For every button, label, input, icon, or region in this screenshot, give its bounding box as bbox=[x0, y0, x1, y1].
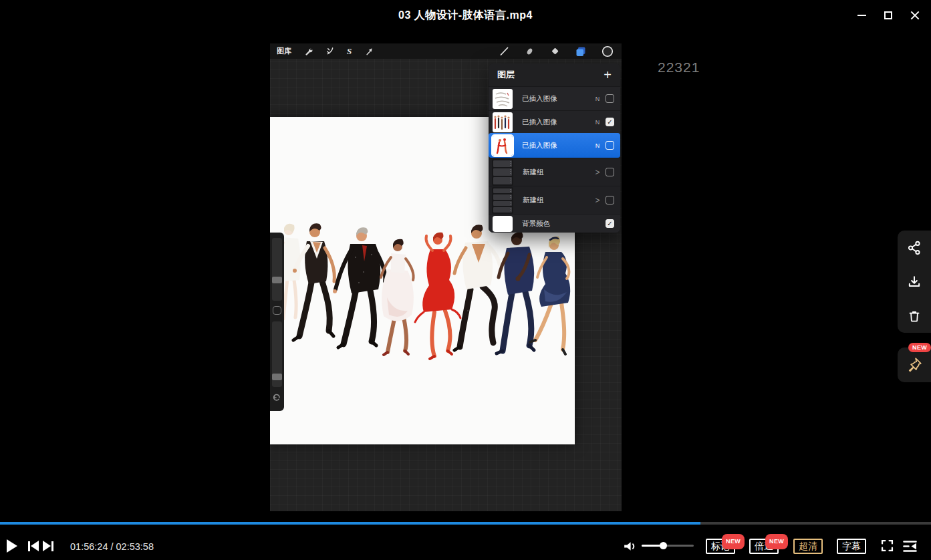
chevron-right-icon[interactable]: > bbox=[591, 196, 604, 205]
next-icon bbox=[51, 541, 53, 551]
previous-button[interactable] bbox=[28, 541, 39, 551]
danmaku-comment: 22321 bbox=[658, 59, 700, 76]
share-button[interactable] bbox=[898, 231, 931, 265]
next-triangle-icon bbox=[43, 541, 51, 551]
maximize-icon bbox=[884, 11, 892, 19]
quality-button-label: 超清 bbox=[799, 541, 817, 551]
layer-name: 背景颜色 bbox=[522, 219, 604, 229]
undo-icon bbox=[272, 392, 281, 401]
background-color-row[interactable]: 背景颜色 ✓ bbox=[489, 214, 620, 233]
procreate-toolbar: 图库 S bbox=[270, 43, 622, 59]
layer-name: 已插入图像 bbox=[522, 141, 591, 150]
check-icon: ✓ bbox=[607, 220, 612, 227]
selection-icon[interactable]: S bbox=[347, 47, 352, 55]
layer-visibility-checkbox[interactable] bbox=[606, 94, 614, 103]
play-button play-icon[interactable] bbox=[7, 539, 17, 553]
adjustments-icon[interactable] bbox=[325, 47, 334, 55]
layer-name: 已插入图像 bbox=[522, 118, 591, 127]
opacity-handle[interactable] bbox=[272, 374, 282, 380]
blend-mode-button[interactable]: N bbox=[591, 142, 604, 149]
subtitle-button-label: 字幕 bbox=[842, 541, 861, 551]
layer-row-inserted-image-3-selected[interactable]: 已插入图像 N bbox=[489, 133, 620, 158]
transform-icon[interactable] bbox=[364, 47, 373, 55]
titlebar: 03 人物设计-肢体语言.mp4 bbox=[0, 0, 931, 30]
video-player-window: 03 人物设计-肢体语言.mp4 图库 S bbox=[0, 0, 931, 560]
blend-mode-button[interactable]: N bbox=[591, 96, 604, 102]
subtitle-button[interactable]: 字幕 bbox=[837, 539, 866, 554]
layer-thumbnail bbox=[493, 112, 513, 132]
speed-button[interactable]: 倍速 NEW bbox=[749, 539, 779, 554]
layers-icon[interactable] bbox=[575, 46, 586, 57]
pin-icon bbox=[906, 356, 923, 374]
check-icon: ✓ bbox=[607, 118, 612, 126]
layers-panel: 图层 + 已插入图像 N 已插入图像 N ✓ bbox=[489, 63, 620, 233]
layer-name: 新建组 bbox=[523, 196, 591, 205]
new-badge: NEW bbox=[908, 343, 931, 352]
download-icon bbox=[907, 275, 922, 289]
window-title: 03 人物设计-肢体语言.mp4 bbox=[0, 0, 931, 30]
smudge-icon[interactable] bbox=[525, 46, 535, 56]
layers-panel-header: 图层 + bbox=[489, 63, 620, 86]
volume-fill bbox=[642, 545, 664, 547]
prev-triangle-icon bbox=[31, 541, 39, 551]
close-button[interactable] bbox=[902, 0, 928, 30]
blend-mode-button[interactable]: N bbox=[591, 119, 604, 126]
pin-panel[interactable]: NEW bbox=[898, 347, 931, 382]
layer-visibility-checkbox[interactable]: ✓ bbox=[606, 118, 614, 126]
fullscreen-button[interactable] bbox=[880, 539, 894, 555]
download-button[interactable] bbox=[898, 265, 931, 299]
new-badge: NEW bbox=[722, 534, 745, 549]
next-button[interactable] bbox=[43, 541, 53, 551]
volume-icon bbox=[622, 539, 636, 553]
group-thumbnail bbox=[492, 159, 513, 186]
add-layer-button plus-icon[interactable]: + bbox=[604, 68, 612, 82]
time-display: 01:56:24 / 02:53:58 bbox=[70, 541, 154, 552]
volume-slider[interactable] bbox=[642, 545, 694, 547]
layer-group-row-2[interactable]: 新建组 > bbox=[489, 186, 620, 214]
layer-row-inserted-image-1[interactable]: 已插入图像 N bbox=[489, 86, 620, 110]
gallery-button[interactable]: 图库 bbox=[277, 46, 291, 56]
layer-name: 新建组 bbox=[523, 168, 591, 177]
minimize-icon bbox=[857, 15, 866, 16]
layer-thumbnail bbox=[493, 89, 513, 109]
mark-button[interactable]: 标记 NEW bbox=[706, 539, 735, 554]
layer-group-row-1[interactable]: 新建组 > bbox=[489, 158, 620, 186]
layer-visibility-checkbox[interactable]: ✓ bbox=[606, 219, 614, 228]
group-thumbnail bbox=[492, 187, 513, 214]
video-content[interactable]: 图库 S bbox=[270, 43, 622, 511]
layer-visibility-checkbox[interactable] bbox=[606, 196, 614, 204]
layer-name: 已插入图像 bbox=[522, 94, 591, 104]
prev-icon bbox=[28, 541, 30, 551]
close-icon bbox=[910, 11, 920, 20]
brush-size-handle[interactable] bbox=[272, 277, 282, 283]
share-icon bbox=[907, 241, 922, 255]
layer-row-inserted-image-2[interactable]: 已插入图像 N ✓ bbox=[489, 110, 620, 133]
trash-icon bbox=[907, 309, 922, 323]
window-controls bbox=[848, 0, 928, 30]
fullscreen-icon bbox=[880, 539, 894, 553]
layers-panel-title: 图层 bbox=[497, 69, 515, 81]
playlist-button[interactable] bbox=[902, 540, 918, 555]
quality-button[interactable]: 超清 bbox=[793, 539, 823, 554]
volume-knob[interactable] bbox=[660, 542, 667, 549]
playlist-icon bbox=[902, 540, 918, 553]
eraser-icon[interactable] bbox=[550, 46, 560, 56]
layer-thumbnail bbox=[493, 136, 513, 156]
opacity-slider[interactable] bbox=[272, 321, 282, 387]
delete-button[interactable] bbox=[898, 299, 931, 333]
brush-size-slider[interactable] bbox=[272, 238, 282, 301]
layer-visibility-checkbox[interactable] bbox=[606, 141, 614, 150]
minimize-button[interactable] bbox=[848, 0, 875, 30]
chevron-right-icon[interactable]: > bbox=[591, 168, 604, 177]
volume-button[interactable] bbox=[622, 539, 636, 556]
maximize-button[interactable] bbox=[875, 0, 902, 30]
color-circle-icon[interactable] bbox=[602, 45, 614, 57]
player-controls: 01:56:24 / 02:53:58 标记 NEW 倍速 NEW 超清 字幕 bbox=[0, 525, 931, 560]
brush-icon[interactable] bbox=[499, 46, 509, 56]
actions-wrench-icon[interactable] bbox=[304, 47, 313, 55]
new-badge: NEW bbox=[765, 534, 788, 549]
modify-button[interactable] bbox=[273, 306, 281, 315]
layer-visibility-checkbox[interactable] bbox=[606, 168, 614, 176]
undo-button[interactable] bbox=[272, 392, 282, 402]
procreate-sidebar bbox=[270, 233, 284, 411]
